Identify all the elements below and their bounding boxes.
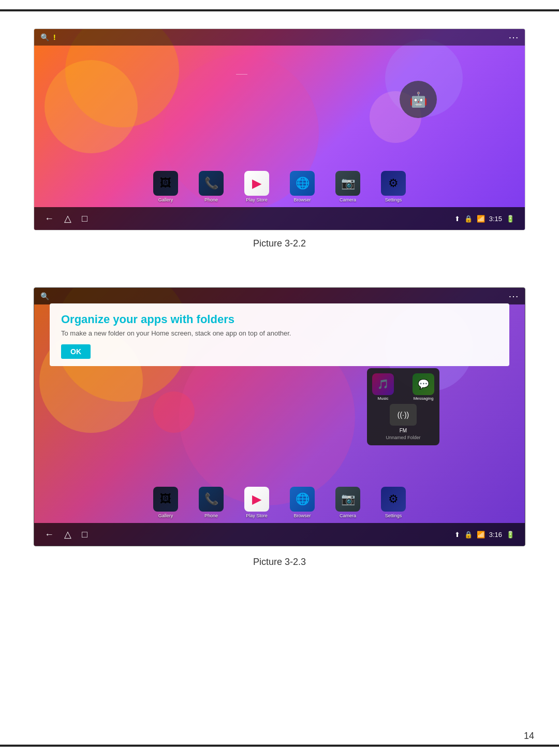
browser-icon: 🌐 bbox=[290, 171, 315, 196]
music-icon: 🎵 bbox=[372, 373, 394, 395]
app-playstore[interactable]: ▶ Play Store bbox=[244, 171, 269, 202]
usb-icon-2: ⬆ bbox=[454, 531, 460, 539]
status-bar-2: 🔍 ⋯ bbox=[34, 288, 525, 304]
bottom-border bbox=[0, 745, 559, 747]
folder-popup: 🎵 Music 💬 Messaging ((·)) FM Unnamed Fol… bbox=[367, 368, 439, 445]
deco-circle bbox=[45, 60, 138, 153]
tooltip-body: To make a new folder on your Home screen… bbox=[61, 329, 498, 337]
battery-icon: 🔋 bbox=[506, 215, 514, 223]
camera-label-2: Camera bbox=[340, 513, 356, 518]
wifi-icon-2: 📶 bbox=[477, 531, 485, 539]
app-gallery[interactable]: 🖼 Gallery bbox=[153, 171, 178, 202]
phone-icon-2: 📞 bbox=[199, 487, 224, 512]
nav-bar-right: ⬆ 🔒 📶 3:15 🔋 bbox=[454, 215, 514, 223]
top-border bbox=[0, 9, 559, 11]
nav-bar-2-left: ← △ □ bbox=[45, 529, 87, 540]
recents-button-2[interactable]: □ bbox=[82, 529, 87, 540]
camera-label: Camera bbox=[340, 197, 356, 202]
home-button[interactable]: △ bbox=[64, 213, 71, 224]
time-display-2: 3:16 bbox=[489, 531, 502, 539]
recents-button[interactable]: □ bbox=[82, 213, 87, 224]
apps-grid-icon[interactable]: ⋯ bbox=[508, 31, 519, 43]
screenshot2-container: 🔍 ⋯ Organize your apps with folders To m… bbox=[34, 287, 525, 546]
nav-bar-2: ← △ □ ⬆ 🔒 📶 3:16 🔋 bbox=[34, 523, 525, 546]
apps-dock-2: 🖼 Gallery 📞 Phone ▶ Play Store 🌐 Browser… bbox=[34, 482, 525, 523]
app-camera[interactable]: 📷 Camera bbox=[335, 171, 360, 202]
playstore-label: Play Store bbox=[246, 197, 268, 202]
settings-label-2: Settings bbox=[385, 513, 402, 518]
nav-bar-left: ← △ □ bbox=[45, 213, 87, 224]
home-button-2[interactable]: △ bbox=[64, 529, 71, 540]
camera-icon-2: 📷 bbox=[335, 487, 360, 512]
nav-bar-2-right: ⬆ 🔒 📶 3:16 🔋 bbox=[454, 531, 514, 539]
browser-label-2: Browser bbox=[293, 513, 311, 518]
fm-radio-icon: ((·)) bbox=[398, 411, 409, 419]
search-icon-2: 🔍 bbox=[40, 292, 49, 300]
nav-bar-1: ← △ □ ⬆ 🔒 📶 3:15 🔋 bbox=[34, 207, 525, 230]
playstore-icon: ▶ bbox=[244, 171, 269, 196]
screenshot1-container: —— 🔍 ! ⋯ 🤖 🖼 Gallery 📞 Phone ▶ Play Stor… bbox=[34, 28, 525, 230]
caption-2-text: Picture 3-2.3 bbox=[253, 557, 306, 567]
messaging-app: 💬 Messaging bbox=[413, 373, 434, 401]
settings-icon-2: ⚙ bbox=[381, 487, 406, 512]
app-settings-2[interactable]: ⚙ Settings bbox=[381, 487, 406, 518]
lock-icon: 🔒 bbox=[464, 215, 473, 223]
caption-1-text: Picture 3-2.2 bbox=[253, 238, 306, 249]
browser-icon-2: 🌐 bbox=[290, 487, 315, 512]
battery-icon-2: 🔋 bbox=[506, 531, 514, 539]
back-button-2[interactable]: ← bbox=[45, 529, 54, 540]
lock-icon-2: 🔒 bbox=[464, 531, 473, 539]
apps-dock-1: 🖼 Gallery 📞 Phone ▶ Play Store 🌐 Browser… bbox=[34, 166, 525, 207]
time-display: 3:15 bbox=[489, 215, 502, 223]
messaging-icon: 💬 bbox=[413, 373, 434, 395]
fm-label: FM bbox=[372, 428, 434, 433]
playstore-label-2: Play Store bbox=[246, 513, 268, 518]
app-settings[interactable]: ⚙ Settings bbox=[381, 171, 406, 202]
fm-icon-container: ((·)) bbox=[390, 404, 417, 426]
status-bar-1: 🔍 ! ⋯ bbox=[34, 29, 525, 46]
settings-label: Settings bbox=[385, 197, 402, 202]
tooltip-ok-button[interactable]: OK bbox=[61, 344, 91, 359]
caption-1: Picture 3-2.2 bbox=[0, 238, 559, 249]
wifi-icon: 📶 bbox=[477, 215, 485, 223]
app-phone[interactable]: 📞 Phone bbox=[199, 171, 224, 202]
tooltip-title: Organize your apps with folders bbox=[61, 313, 498, 326]
music-app: 🎵 Music bbox=[372, 373, 394, 401]
app-browser[interactable]: 🌐 Browser bbox=[290, 171, 315, 202]
browser-label: Browser bbox=[293, 197, 311, 202]
app-gallery-2[interactable]: 🖼 Gallery bbox=[153, 487, 178, 518]
phone-label: Phone bbox=[204, 197, 218, 202]
playstore-icon-2: ▶ bbox=[244, 487, 269, 512]
folder-apps-row: 🎵 Music 💬 Messaging bbox=[372, 373, 434, 401]
caption-2: Picture 3-2.3 bbox=[0, 557, 559, 568]
app-playstore-2[interactable]: ▶ Play Store bbox=[244, 487, 269, 518]
folder-name-label: Unnamed Folder bbox=[372, 435, 434, 440]
back-button[interactable]: ← bbox=[45, 213, 54, 224]
apps-grid-icon-2[interactable]: ⋯ bbox=[508, 290, 519, 302]
messaging-label: Messaging bbox=[414, 396, 434, 401]
tooltip-panel: Organize your apps with folders To make … bbox=[50, 303, 509, 366]
notification-icon: ! bbox=[53, 33, 56, 41]
page-number: 14 bbox=[524, 731, 534, 742]
settings-icon: ⚙ bbox=[381, 171, 406, 196]
deco-circle-2 bbox=[153, 391, 195, 433]
gallery-label-2: Gallery bbox=[158, 513, 173, 518]
phone-icon: 📞 bbox=[199, 171, 224, 196]
gallery-label: Gallery bbox=[158, 197, 173, 202]
gallery-icon: 🖼 bbox=[153, 171, 178, 196]
search-icon: 🔍 bbox=[40, 33, 49, 41]
status-bar-left: 🔍 ! bbox=[40, 33, 56, 41]
clock-widget: —— bbox=[236, 70, 247, 77]
app-browser-2[interactable]: 🌐 Browser bbox=[290, 487, 315, 518]
music-label: Music bbox=[378, 396, 389, 401]
app-phone-2[interactable]: 📞 Phone bbox=[199, 487, 224, 518]
gallery-icon-2: 🖼 bbox=[153, 487, 178, 512]
app-camera-2[interactable]: 📷 Camera bbox=[335, 487, 360, 518]
phone-label-2: Phone bbox=[204, 513, 218, 518]
usb-icon: ⬆ bbox=[454, 215, 460, 223]
status-bar-2-left: 🔍 bbox=[40, 292, 49, 300]
center-app-icon: 🤖 bbox=[400, 81, 437, 118]
camera-icon: 📷 bbox=[335, 171, 360, 196]
